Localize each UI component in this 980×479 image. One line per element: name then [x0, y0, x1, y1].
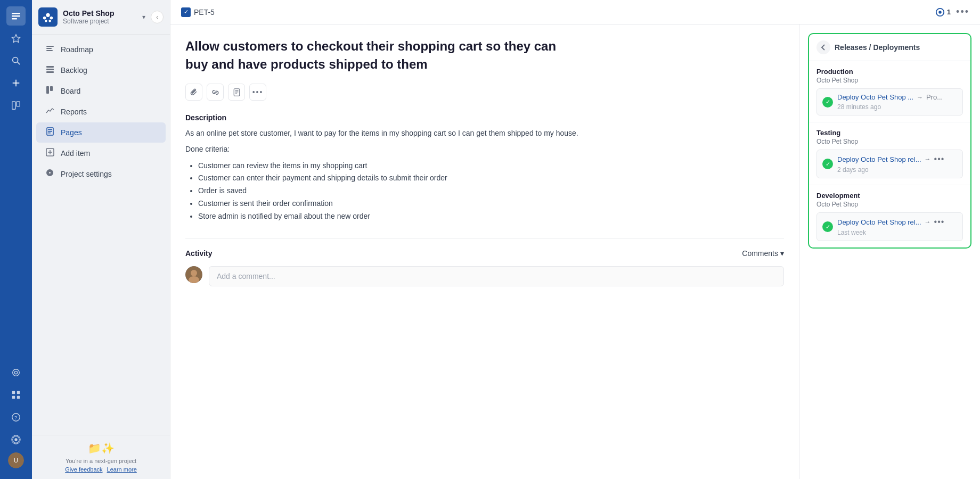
list-item: Order is saved [198, 185, 784, 197]
project-settings-icon [45, 169, 55, 179]
sidebar: Octo Pet Shop Software project ▾ ‹ Roadm… [32, 0, 170, 479]
comments-dropdown[interactable]: Comments ▾ [742, 249, 784, 258]
svg-rect-29 [46, 86, 49, 94]
sidebar-item-reports[interactable]: Reports [36, 102, 166, 122]
settings-gear-icon[interactable] [6, 430, 26, 449]
svg-rect-28 [46, 71, 54, 73]
deploy-info-production: Deploy Octo Pet Shop ... → Pro... 28 min… [837, 93, 957, 111]
comment-row: Add a comment... [185, 266, 784, 286]
search-icon[interactable] [6, 51, 26, 70]
releases-title: Releases / Deployments [835, 43, 920, 52]
attach-button[interactable] [185, 84, 202, 101]
sidebar-item-board[interactable]: Board [36, 81, 166, 101]
svg-rect-23 [46, 46, 54, 47]
svg-rect-9 [17, 102, 20, 106]
sidebar-item-roadmap[interactable]: Roadmap [36, 39, 166, 60]
svg-point-45 [191, 270, 197, 276]
svg-point-39 [938, 11, 941, 13]
svg-rect-14 [12, 396, 15, 399]
sidebar-item-backlog[interactable]: Backlog [36, 60, 166, 80]
watch-count: 1 [947, 8, 951, 16]
link-button[interactable] [207, 84, 224, 101]
roadmap-label: Roadmap [61, 45, 93, 54]
list-item: Store admin is notified by email about t… [198, 210, 784, 223]
activity-label: Activity [185, 249, 213, 258]
star-icon[interactable] [6, 29, 26, 48]
main-body: Allow customers to checkout their shoppi… [170, 24, 980, 479]
right-panel: Releases / Deployments Production Octo P… [799, 24, 980, 479]
watch-button[interactable]: 1 [935, 7, 951, 17]
sidebar-header: Octo Pet Shop Software project ▾ ‹ [32, 0, 170, 35]
sidebar-collapse-button[interactable]: ‹ [151, 11, 164, 23]
description-text: As an online pet store customer, I want … [185, 127, 784, 139]
sidebar-item-pages[interactable]: Pages [36, 122, 166, 143]
learn-more-link[interactable]: Learn more [107, 466, 137, 473]
deploy-row-development: ✓ Deploy Octo Pet Shop rel... → ••• Last… [816, 212, 963, 241]
releases-header: Releases / Deployments [809, 34, 970, 61]
board-label: Board [61, 87, 80, 95]
issue-toolbar: ••• [185, 84, 784, 101]
deploy-more-testing[interactable]: ••• [934, 154, 945, 164]
issue-checkbox-icon: ✓ [181, 7, 191, 17]
svg-rect-8 [12, 102, 15, 109]
next-gen-text: You're in a next-gen project [38, 457, 164, 466]
deploy-arrow-icon-dev: → [925, 218, 931, 226]
help-icon[interactable]: ? [6, 408, 26, 427]
deploy-info-development: Deploy Octo Pet Shop rel... → ••• Last w… [837, 217, 957, 236]
issue-header: ✓ PET-5 1 ••• [170, 0, 980, 24]
deploy-success-icon-testing: ✓ [822, 159, 833, 169]
svg-rect-41 [234, 88, 240, 96]
deploy-arrow-icon-testing: → [925, 155, 931, 163]
grid-icon[interactable] [6, 385, 26, 404]
main-area: ✓ PET-5 1 ••• Allow customers to checkou… [170, 0, 980, 479]
project-info: Octo Pet Shop Software project [63, 9, 137, 25]
description-label: Description [185, 113, 784, 122]
deploy-name-development[interactable]: Deploy Octo Pet Shop rel... [837, 218, 921, 226]
svg-rect-30 [50, 86, 53, 91]
releases-back-button[interactable] [816, 40, 830, 54]
deploy-success-icon: ✓ [822, 97, 833, 108]
flag-icon[interactable] [6, 363, 26, 382]
deploy-row-testing: ✓ Deploy Octo Pet Shop rel... → ••• 2 da… [816, 150, 963, 178]
svg-point-10 [13, 369, 20, 376]
dropdown-chevron-icon: ▾ [780, 249, 784, 258]
list-item: Customer can enter their payment and shi… [198, 172, 784, 185]
svg-point-20 [50, 16, 53, 20]
reports-label: Reports [61, 108, 87, 116]
pages-icon [45, 127, 55, 138]
comment-input[interactable]: Add a comment... [209, 266, 784, 286]
deploy-success-icon-dev: ✓ [822, 221, 833, 232]
list-item: Customer can review the items in my shop… [198, 160, 784, 172]
svg-point-18 [46, 13, 50, 17]
toolbar-more-button[interactable]: ••• [249, 84, 266, 101]
sidebar-item-add-item[interactable]: Add item [36, 143, 166, 163]
project-dropdown-chevron[interactable]: ▾ [142, 13, 145, 21]
board-icon[interactable] [6, 96, 26, 115]
project-name: Octo Pet Shop [63, 9, 137, 18]
next-gen-emoji: 📁✨ [38, 442, 164, 455]
env-development-name: Development [816, 192, 963, 200]
deploy-time-testing: 2 days ago [837, 166, 957, 174]
layers-icon[interactable] [6, 6, 26, 26]
plus-icon[interactable] [6, 73, 26, 93]
deploy-name-testing[interactable]: Deploy Octo Pet Shop rel... [837, 155, 921, 163]
svg-point-22 [48, 20, 51, 22]
deploy-name-production[interactable]: Deploy Octo Pet Shop ... [837, 93, 913, 101]
svg-rect-0 [12, 13, 20, 14]
sidebar-footer: 📁✨ You're in a next-gen project Give fee… [32, 435, 170, 480]
project-settings-label: Project settings [61, 170, 112, 178]
header-right: 1 ••• [935, 6, 969, 18]
issue-more-button[interactable]: ••• [956, 6, 969, 18]
sidebar-item-project-settings[interactable]: Project settings [36, 164, 166, 184]
env-production-name: Production [816, 68, 963, 76]
user-avatar[interactable]: U [8, 452, 24, 468]
page-button[interactable] [228, 84, 245, 101]
environment-testing: Testing Octo Pet Shop ✓ Deploy Octo Pet … [809, 122, 970, 185]
project-type: Software project [63, 18, 137, 25]
comment-placeholder: Add a comment... [217, 272, 275, 280]
issue-id: PET-5 [194, 8, 215, 16]
deploy-more-dev[interactable]: ••• [934, 217, 945, 227]
give-feedback-link[interactable]: Give feedback [65, 466, 102, 473]
add-item-icon [45, 148, 55, 159]
svg-point-19 [43, 16, 46, 20]
